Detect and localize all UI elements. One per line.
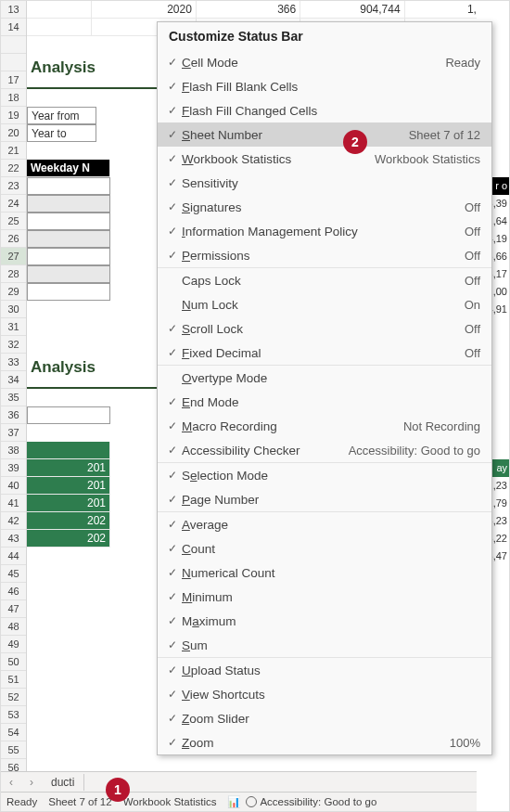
- menu-item-value: Accessibility: Good to go: [349, 444, 480, 458]
- check-icon: ✓: [163, 104, 182, 117]
- row-header[interactable]: 46: [1, 583, 26, 600]
- row-headers: 1314171819202122232425262728293031323334…: [1, 1, 27, 812]
- row-header[interactable]: 18: [1, 89, 26, 107]
- status-bar-option[interactable]: ✓Upload Status: [158, 658, 491, 682]
- row-header[interactable]: 37: [1, 424, 26, 442]
- row-header[interactable]: 31: [1, 318, 26, 336]
- check-icon: ✓: [163, 346, 182, 359]
- status-accessibility[interactable]: Accessibility: Good to go: [246, 796, 376, 807]
- status-bar-option[interactable]: ✓Numerical Count: [158, 561, 491, 585]
- status-bar-option[interactable]: ✓Macro RecordingNot Recording: [158, 414, 491, 438]
- menu-item-label: Cell Mode: [182, 56, 445, 70]
- row-header[interactable]: 34: [1, 371, 26, 389]
- status-bar-option[interactable]: ✓SignaturesOff: [158, 195, 491, 219]
- check-icon: ✓: [163, 395, 182, 408]
- row-header[interactable]: 13: [1, 1, 26, 19]
- row-header[interactable]: 50: [1, 653, 26, 671]
- menu-item-label: Flash Fill Blank Cells: [182, 80, 480, 94]
- row-header[interactable]: 49: [1, 636, 26, 653]
- row-header[interactable]: 17: [1, 71, 26, 89]
- status-bar-option[interactable]: ✓Sensitivity: [158, 171, 491, 195]
- row-header[interactable]: 22: [1, 160, 26, 177]
- row-header[interactable]: 29: [1, 283, 26, 301]
- year-to-label: Year to: [27, 124, 96, 142]
- row-header[interactable]: 35: [1, 389, 26, 406]
- status-bar-option[interactable]: ✓Cell ModeReady: [158, 50, 491, 74]
- row-header[interactable]: 26: [1, 230, 26, 248]
- row-header[interactable]: 41: [1, 495, 26, 512]
- status-bar-option[interactable]: Overtype Mode: [158, 366, 491, 390]
- sheet-nav-prev[interactable]: ‹: [1, 776, 21, 789]
- status-bar-option[interactable]: ✓End Mode: [158, 390, 491, 414]
- row-header[interactable]: 54: [1, 724, 26, 741]
- row-header[interactable]: 20: [1, 124, 26, 142]
- menu-item-label: Sheet Number: [182, 128, 409, 142]
- status-bar-option[interactable]: ✓Minimum: [158, 585, 491, 609]
- sheet-tab-strip[interactable]: ‹ › ducti lc_C: [1, 771, 509, 792]
- row-header[interactable]: 40: [1, 477, 26, 495]
- status-bar-option[interactable]: ✓Zoom Slider: [158, 706, 491, 730]
- badge-2: 2: [343, 130, 367, 154]
- check-icon: ✓: [163, 200, 182, 213]
- menu-item-label: Information Management Policy: [182, 225, 465, 238]
- row-header[interactable]: 30: [1, 301, 26, 318]
- row-header[interactable]: 33: [1, 354, 26, 371]
- menu-item-label: Caps Lock: [182, 274, 465, 288]
- status-bar-option[interactable]: ✓Flash Fill Changed Cells: [158, 98, 491, 122]
- row-header[interactable]: 24: [1, 195, 26, 213]
- status-bar-option[interactable]: ✓Sheet NumberSheet 7 of 12: [158, 122, 491, 147]
- status-bar-option[interactable]: ✓Sum: [158, 633, 491, 657]
- menu-item-value: Not Recording: [403, 419, 480, 433]
- row-header[interactable]: 42: [1, 512, 26, 530]
- row-header[interactable]: 19: [1, 107, 26, 124]
- row-header[interactable]: 27: [1, 248, 26, 265]
- row-header[interactable]: 51: [1, 671, 26, 689]
- menu-item-label: Sensitivity: [182, 176, 480, 190]
- status-bar-option[interactable]: ✓Maximum: [158, 609, 491, 633]
- menu-item-label: Count: [182, 542, 480, 556]
- status-bar-option[interactable]: ✓Flash Fill Blank Cells: [158, 74, 491, 98]
- row-header[interactable]: 52: [1, 689, 26, 706]
- row-header[interactable]: 14: [1, 19, 26, 36]
- status-workbook-statistics[interactable]: Workbook Statistics: [123, 796, 217, 807]
- status-bar-option[interactable]: ✓View Shortcuts: [158, 682, 491, 706]
- status-bar-option[interactable]: ✓Page Number: [158, 487, 491, 511]
- status-bar-option[interactable]: ✓Fixed DecimalOff: [158, 341, 491, 365]
- status-bar-option[interactable]: ✓Zoom100%: [158, 730, 491, 754]
- status-bar-option[interactable]: ✓Count: [158, 536, 491, 561]
- status-bar-option[interactable]: ✓Scroll LockOff: [158, 316, 491, 341]
- check-icon: ✓: [163, 469, 182, 482]
- row-header[interactable]: 44: [1, 548, 26, 565]
- status-bar-option[interactable]: Caps LockOff: [158, 268, 491, 292]
- check-icon: ✓: [163, 664, 182, 677]
- row-header[interactable]: 45: [1, 565, 26, 583]
- row-header[interactable]: 25: [1, 213, 26, 230]
- row-header[interactable]: 39: [1, 459, 26, 477]
- status-bar-option[interactable]: ✓Accessibility CheckerAccessibility: Goo…: [158, 438, 491, 462]
- status-bar-option[interactable]: ✓Average: [158, 512, 491, 536]
- row-header[interactable]: 43: [1, 530, 26, 548]
- row-header[interactable]: 53: [1, 706, 26, 724]
- status-bar-option[interactable]: ✓Workbook StatisticsWorkbook Statistics: [158, 147, 491, 171]
- status-bar-option[interactable]: Num LockOn: [158, 292, 491, 316]
- row-header[interactable]: 47: [1, 600, 26, 618]
- sheet-tab[interactable]: ducti: [42, 774, 84, 791]
- row-header[interactable]: 28: [1, 265, 26, 283]
- sheet-nav-next[interactable]: ›: [21, 776, 42, 789]
- row-header[interactable]: 48: [1, 618, 26, 636]
- row-header[interactable]: 23: [1, 177, 26, 195]
- check-icon: ✓: [163, 176, 182, 189]
- status-bar-option[interactable]: ✓PermissionsOff: [158, 243, 491, 267]
- row-header[interactable]: [1, 36, 26, 54]
- status-bar-option[interactable]: ✓Selection Mode: [158, 463, 491, 487]
- row-header[interactable]: 36: [1, 406, 26, 424]
- row-header[interactable]: 55: [1, 741, 26, 759]
- row-header[interactable]: [1, 54, 26, 71]
- row-header[interactable]: 32: [1, 336, 26, 354]
- row-header[interactable]: 21: [1, 142, 26, 160]
- check-icon: ✓: [163, 56, 182, 69]
- row-header[interactable]: 38: [1, 442, 26, 459]
- status-bar-option[interactable]: ✓Information Management PolicyOff: [158, 219, 491, 243]
- check-icon: ✓: [163, 712, 182, 725]
- customize-status-bar-menu[interactable]: Customize Status Bar ✓Cell ModeReady✓Fla…: [157, 21, 492, 755]
